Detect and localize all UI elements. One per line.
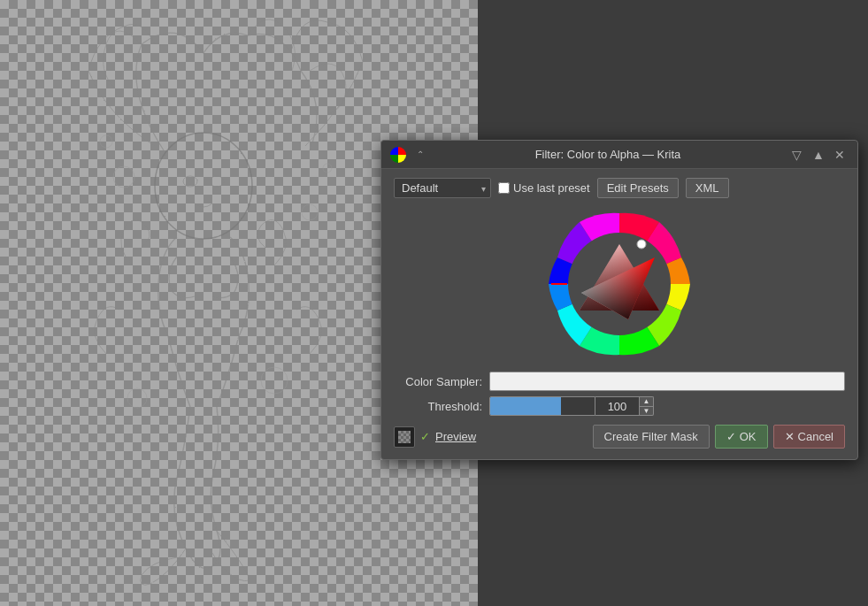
svg-point-16 — [637, 240, 646, 249]
titlebar-left: ⌃ — [390, 147, 427, 163]
preset-dropdown-wrapper: Default ▾ — [394, 178, 491, 198]
cancel-icon: ✕ — [785, 430, 795, 443]
color-wheel[interactable] — [544, 209, 695, 359]
svg-point-5 — [302, 204, 318, 220]
color-sampler-value[interactable] — [489, 372, 845, 391]
krita-icon — [390, 147, 406, 163]
bottom-row: ✓ Preview Create Filter Mask ✓ OK ✕ Canc… — [394, 425, 845, 449]
close-button[interactable]: ✕ — [831, 146, 849, 164]
dialog-title: Filter: Color to Alpha — Krita — [535, 148, 681, 161]
edit-presets-button[interactable]: Edit Presets — [597, 178, 679, 198]
preview-label[interactable]: Preview — [435, 430, 476, 443]
preset-dropdown[interactable]: Default — [394, 178, 491, 198]
dialog-body: Default ▾ Use last preset Edit Presets X… — [381, 169, 857, 459]
maximize-button[interactable]: ▲ — [810, 146, 827, 164]
threshold-bar[interactable] — [489, 396, 595, 416]
use-last-preset-label[interactable]: Use last preset — [498, 181, 590, 195]
threshold-row: Threshold: 100 ▲ ▼ — [394, 396, 845, 416]
create-filter-mask-button[interactable]: Create Filter Mask — [593, 425, 710, 449]
threshold-wrapper: 100 ▲ ▼ — [489, 396, 845, 416]
preview-thumbnail[interactable] — [394, 426, 415, 448]
svg-point-3 — [113, 166, 134, 188]
minimize-button[interactable]: ▽ — [788, 146, 806, 164]
cancel-button[interactable]: ✕ Cancel — [773, 425, 845, 449]
threshold-spinners: ▲ ▼ — [640, 396, 654, 416]
use-last-preset-checkbox[interactable] — [498, 182, 510, 194]
color-sampler-label: Color Sampler: — [394, 375, 482, 388]
threshold-up-button[interactable]: ▲ — [640, 396, 654, 406]
ok-button[interactable]: ✓ OK — [715, 425, 768, 449]
threshold-down-button[interactable]: ▼ — [640, 406, 654, 417]
cancel-label: Cancel — [798, 430, 833, 443]
ok-label: OK — [740, 430, 757, 443]
toolbar-row: Default ▾ Use last preset Edit Presets X… — [394, 178, 845, 198]
xml-button[interactable]: XML — [686, 178, 729, 198]
preview-check-icon: ✓ — [420, 430, 430, 443]
fields-area: Color Sampler: Threshold: 100 ▲ ▼ — [394, 372, 845, 416]
color-sampler-row: Color Sampler: — [394, 372, 845, 391]
dialog-titlebar: ⌃ Filter: Color to Alpha — Krita ▽ ▲ ✕ — [381, 141, 857, 169]
svg-point-8 — [127, 388, 147, 408]
svg-point-0 — [155, 133, 252, 239]
collapse-icon[interactable]: ⌃ — [413, 148, 427, 162]
color-wheel-container — [394, 209, 845, 359]
preview-inner — [398, 431, 411, 443]
ok-icon: ✓ — [726, 430, 736, 443]
threshold-number: 100 — [595, 396, 640, 416]
preview-section: ✓ Preview — [394, 426, 476, 448]
svg-point-2 — [210, 176, 224, 187]
titlebar-controls: ▽ ▲ ✕ — [788, 146, 849, 164]
svg-point-4 — [100, 135, 112, 148]
svg-point-6 — [323, 164, 332, 173]
svg-point-7 — [261, 367, 288, 394]
svg-point-1 — [183, 176, 197, 187]
threshold-fill — [490, 397, 561, 415]
threshold-label: Threshold: — [394, 400, 482, 413]
action-buttons: Create Filter Mask ✓ OK ✕ Cancel — [593, 425, 845, 449]
dialog-window: ⌃ Filter: Color to Alpha — Krita ▽ ▲ ✕ D… — [380, 140, 858, 460]
